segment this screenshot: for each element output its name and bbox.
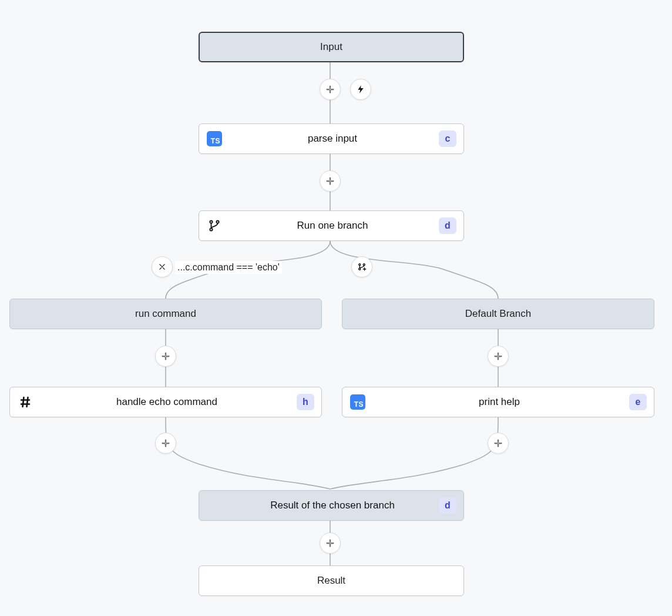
print-help-label: print help [369, 396, 629, 408]
run-one-branch-node[interactable]: Run one branch d [199, 210, 464, 241]
plus-icon [160, 351, 171, 361]
result-node[interactable]: Result [199, 565, 464, 596]
add-step-button[interactable] [320, 170, 341, 192]
print-help-node[interactable]: TS print help e [342, 387, 654, 417]
svg-point-7 [216, 220, 219, 223]
input-node[interactable]: Input [199, 32, 464, 62]
flow-canvas: Input TS parse input c Run one branch d … [0, 0, 672, 616]
add-branch-button[interactable] [351, 256, 372, 277]
add-step-button[interactable] [155, 433, 176, 454]
branch-icon [206, 217, 223, 234]
default-branch-header[interactable]: Default Branch [342, 299, 654, 329]
svg-point-10 [363, 264, 365, 266]
hotkey-badge: d [439, 217, 456, 234]
hotkey-badge: c [439, 130, 456, 147]
input-label: Input [320, 41, 342, 53]
hotkey-badge: e [629, 394, 647, 410]
plus-icon [325, 538, 335, 548]
hotkey-badge: h [297, 394, 314, 410]
parse-input-label: parse input [226, 133, 439, 145]
remove-condition-button[interactable] [152, 256, 173, 277]
add-step-button[interactable] [320, 533, 341, 554]
svg-point-9 [359, 268, 361, 270]
branch-result-header[interactable]: Result of the chosen branch d [199, 490, 464, 521]
debug-button[interactable] [350, 79, 371, 100]
add-step-button[interactable] [488, 346, 509, 367]
run-one-branch-label: Run one branch [226, 220, 439, 232]
result-label: Result [317, 575, 345, 587]
add-step-button[interactable] [488, 433, 509, 454]
default-branch-label: Default Branch [465, 308, 531, 320]
hotkey-badge: d [439, 497, 456, 514]
add-step-button[interactable] [320, 79, 341, 100]
plus-icon [325, 84, 335, 95]
svg-point-8 [359, 264, 361, 266]
plus-icon [493, 351, 503, 361]
plus-icon [325, 176, 335, 186]
hash-icon [17, 394, 33, 410]
handle-echo-label: handle echo command [37, 396, 297, 408]
condition-expression[interactable]: ...c.command === 'echo' [175, 261, 282, 274]
run-command-label: run command [135, 308, 196, 320]
branch-plus-icon [357, 262, 367, 272]
svg-point-5 [210, 220, 212, 223]
parse-input-node[interactable]: TS parse input c [199, 123, 464, 154]
svg-point-6 [210, 228, 212, 230]
lightning-icon [356, 84, 365, 95]
branch-result-label: Result of the chosen branch [226, 500, 439, 511]
typescript-icon: TS [206, 130, 223, 147]
run-command-branch-header[interactable]: run command [9, 299, 322, 329]
plus-icon [493, 438, 503, 448]
close-icon [158, 263, 166, 271]
handle-echo-node[interactable]: handle echo command h [9, 387, 322, 417]
add-step-button[interactable] [155, 346, 176, 367]
plus-icon [160, 438, 171, 448]
typescript-icon: TS [350, 394, 366, 410]
